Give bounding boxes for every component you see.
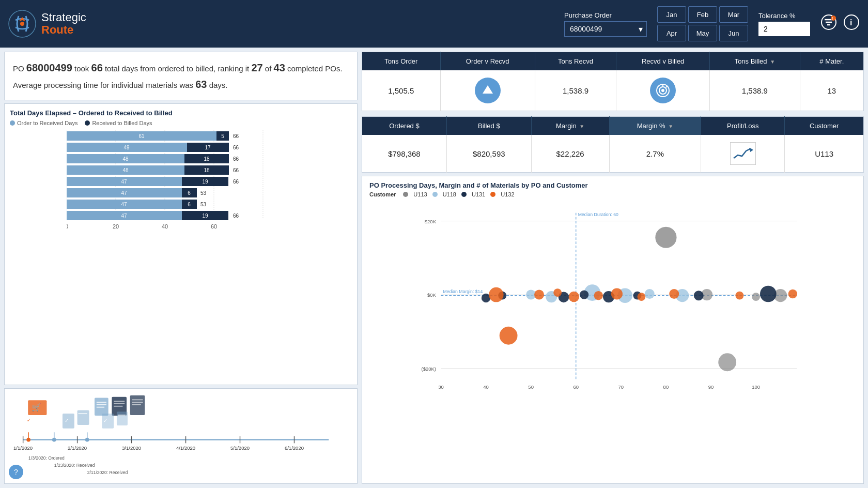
profit-loss-chart-icon: [730, 142, 756, 165]
svg-text:🛒: 🛒: [32, 402, 42, 412]
tolerance-input[interactable]: [758, 22, 810, 36]
svg-text:($20K): ($20K): [421, 366, 436, 372]
svg-text:19: 19: [202, 179, 208, 185]
svg-text:4/1/2020: 4/1/2020: [176, 445, 195, 451]
month-may-button[interactable]: May: [688, 25, 717, 41]
logo-text: Strategic Route: [41, 11, 86, 36]
cell-order-v-recvd: [440, 70, 535, 111]
svg-text:18: 18: [204, 156, 210, 162]
scatter-dot: [760, 286, 777, 302]
svg-text:66: 66: [233, 133, 239, 139]
scatter-legend: Customer U113 U118 U131 U132: [369, 191, 856, 197]
svg-text:3/1/2020: 3/1/2020: [122, 445, 141, 451]
svg-text:i: i: [850, 18, 852, 27]
sort-margin: ▼: [579, 124, 584, 129]
cell-tons-billed: 1,538.9: [710, 70, 800, 111]
svg-text:✓: ✓: [65, 418, 69, 423]
svg-text:47: 47: [121, 202, 127, 207]
legend-u131-dot: [461, 192, 467, 197]
svg-marker-102: [483, 85, 493, 94]
info-icon-button[interactable]: i: [843, 14, 860, 34]
svg-rect-62: [97, 404, 106, 405]
svg-point-97: [52, 438, 56, 442]
legend-u113-dot: [403, 192, 408, 197]
cell-profit-loss: [701, 135, 785, 173]
col-billed: Billed $: [446, 117, 531, 135]
svg-text:53: 53: [200, 190, 207, 196]
svg-text:66: 66: [233, 167, 239, 173]
cell-ordered: $798,368: [362, 135, 447, 173]
svg-rect-61: [97, 402, 106, 403]
month-mar-button[interactable]: Mar: [719, 6, 748, 23]
header: Strategic Route Purchase Order 68000499 …: [0, 0, 868, 48]
svg-text:✓: ✓: [103, 418, 107, 423]
col-ordered: Ordered $: [362, 117, 447, 135]
timeline-box: 🛒 ✓: [4, 388, 358, 484]
help-button[interactable]: ?: [9, 465, 23, 479]
svg-point-100: [85, 438, 89, 442]
col-tons-billed: Tons Billed ▼: [710, 52, 800, 71]
month-jun-button[interactable]: Jun: [719, 25, 748, 41]
svg-text:$20K: $20K: [425, 219, 437, 224]
svg-text:0: 0: [67, 223, 68, 230]
col-margin: Margin ▼: [531, 117, 609, 135]
scatter-dot: [500, 327, 518, 345]
svg-text:50: 50: [528, 384, 534, 390]
filter-icon-button[interactable]: !: [820, 14, 837, 34]
svg-text:Median Duration: 60: Median Duration: 60: [578, 212, 618, 217]
legend-u118-label: U118: [443, 191, 456, 197]
legend-label-blue: Order to Received Days: [17, 120, 78, 126]
col-tons-recvd: Tons Recvd: [535, 52, 616, 71]
svg-line-107: [666, 86, 667, 87]
left-panel: PO 68000499 took 66 total days from orde…: [0, 48, 362, 488]
scatter-box: PO Processing Days, Margin and # of Mate…: [362, 176, 864, 484]
svg-text:$0K: $0K: [427, 292, 437, 298]
svg-text:6: 6: [188, 190, 191, 196]
scatter-plot-svg: $20K $0K ($20K) 30 40 50 60 70 80 90 100…: [369, 201, 856, 397]
svg-text:66: 66: [233, 179, 239, 185]
svg-text:60: 60: [573, 384, 579, 390]
header-controls: Purchase Order 68000499 Jan Feb Mar Apr …: [564, 6, 860, 41]
svg-rect-68: [130, 395, 145, 415]
logo-icon: [8, 10, 36, 38]
po-select[interactable]: 68000499: [564, 21, 647, 37]
svg-rect-65: [114, 401, 125, 402]
svg-text:61: 61: [138, 133, 145, 139]
cell-num-materials: 13: [800, 70, 863, 111]
summary-po: 68000499: [26, 62, 72, 73]
svg-text:40: 40: [162, 223, 168, 230]
legend-label-dark: Received to Billed Days: [92, 120, 152, 126]
scatter-dot: [638, 293, 646, 301]
svg-text:✓: ✓: [27, 418, 31, 423]
month-jan-button[interactable]: Jan: [657, 6, 686, 23]
scatter-dot: [611, 288, 623, 299]
col-profit-loss: Profit/Loss: [701, 117, 785, 135]
svg-rect-79: [118, 415, 126, 416]
svg-rect-74: [78, 410, 89, 425]
scatter-dot: [752, 293, 760, 301]
svg-point-94: [26, 438, 30, 442]
svg-text:100: 100: [752, 384, 760, 390]
top-data-table: Tons Order Order v Recvd Tons Recvd Recv…: [362, 52, 864, 111]
scatter-dot: [534, 290, 544, 300]
month-apr-button[interactable]: Apr: [657, 25, 686, 41]
month-feb-button[interactable]: Feb: [688, 6, 717, 23]
svg-text:47: 47: [121, 179, 127, 185]
po-section: Purchase Order 68000499: [564, 11, 647, 37]
svg-text:20: 20: [113, 223, 119, 230]
summary-avg: 63: [195, 79, 207, 90]
cell-tons-order: 1,505.5: [362, 70, 441, 111]
col-customer: Customer: [785, 117, 864, 135]
logo-route-text: Route: [41, 24, 86, 36]
svg-text:80: 80: [663, 384, 669, 390]
col-tons-order: Tons Order: [362, 52, 441, 71]
svg-point-1: [20, 22, 24, 26]
svg-text:5/1/2020: 5/1/2020: [230, 445, 250, 451]
bar-chart-area: 68000499_18193 61 5 66 68000499_60720 49…: [10, 130, 352, 243]
svg-text:90: 90: [708, 384, 714, 390]
col-num-materials: # Mater.: [800, 52, 863, 71]
tolerance-label: Tolerance %: [758, 12, 810, 20]
svg-text:49: 49: [123, 145, 130, 150]
header-icons: ! i: [820, 14, 860, 34]
svg-text:1/1/2020: 1/1/2020: [13, 445, 33, 451]
